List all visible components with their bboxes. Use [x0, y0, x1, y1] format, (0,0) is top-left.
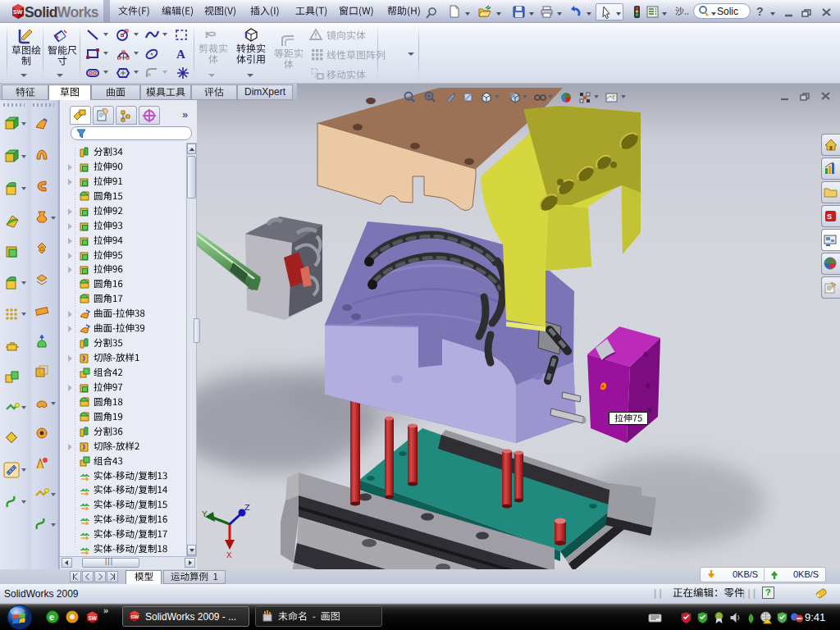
svg-text:SW: SW: [13, 9, 23, 15]
svg-text:e: e: [49, 612, 54, 622]
svg-text:Y: Y: [202, 509, 208, 519]
svg-text:S: S: [827, 212, 832, 221]
svg-text:X: X: [226, 550, 232, 560]
svg-text:Z: Z: [244, 503, 250, 513]
svg-text:SW: SW: [89, 615, 98, 621]
svg-text:SW: SW: [130, 614, 139, 619]
svg-text:A: A: [176, 48, 185, 61]
